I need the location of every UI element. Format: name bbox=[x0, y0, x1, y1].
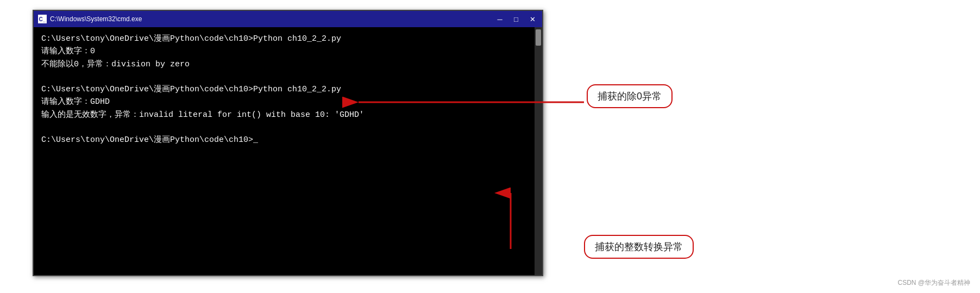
annotation-svg bbox=[0, 0, 980, 293]
label1-text: 捕获的除0异常 bbox=[598, 91, 662, 102]
label-box-1: 捕获的除0异常 bbox=[587, 84, 673, 108]
label-box-2: 捕获的整数转换异常 bbox=[584, 235, 694, 259]
watermark: CSDN @华为奋斗者精神 bbox=[897, 278, 970, 288]
label2-text: 捕获的整数转换异常 bbox=[595, 241, 683, 252]
outer-wrapper: C_ C:\Windows\System32\cmd.exe ─ □ ✕ C:\… bbox=[0, 0, 980, 293]
